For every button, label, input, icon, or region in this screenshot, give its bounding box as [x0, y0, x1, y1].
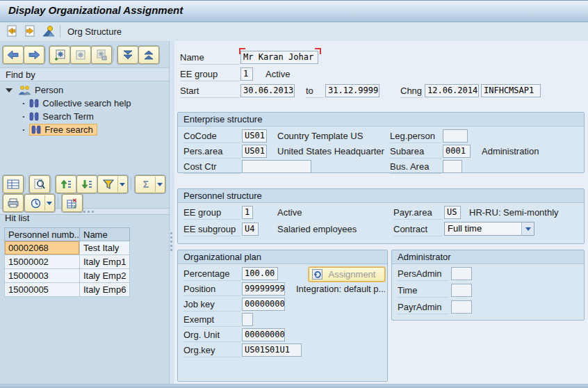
start-date-field[interactable]: 30.06.2013: [240, 84, 295, 97]
toolbar-separator: [60, 25, 60, 38]
details-button[interactable]: [3, 175, 24, 193]
sum-dropdown[interactable]: [155, 177, 164, 192]
previous-record-icon: [6, 25, 19, 38]
toolbar-separator: [51, 177, 52, 190]
back-button[interactable]: [3, 46, 24, 64]
time-field[interactable]: [451, 284, 472, 297]
views-dropdown[interactable]: [44, 195, 54, 211]
collapse-all-button[interactable]: [138, 46, 159, 64]
tree-item-free-search[interactable]: · Free search: [22, 123, 97, 136]
print-button[interactable]: [3, 194, 24, 212]
eesubgroup-label: EE subgroup: [183, 224, 240, 236]
persadmin-label: PersAdmin: [398, 268, 449, 281]
chevron-down-icon: [157, 183, 163, 186]
eesubgroup-desc: Salaried employees: [277, 224, 357, 236]
previous-record-button[interactable]: [6, 25, 19, 38]
expand-all-button[interactable]: [117, 46, 138, 64]
tree-item-search-term[interactable]: · Search Term: [22, 110, 94, 123]
payrarea-field[interactable]: US: [444, 206, 461, 219]
cell-personnel-number[interactable]: 00002068: [4, 241, 79, 255]
exempt-field[interactable]: [242, 313, 253, 326]
cell-personnel-number[interactable]: 15000005: [4, 283, 79, 297]
delete-search-variant-button[interactable]: [91, 46, 112, 64]
job-key-field[interactable]: 00000000: [242, 298, 285, 311]
cell-name[interactable]: Italy Emp6: [79, 283, 130, 297]
org-unit-field[interactable]: 00000000: [242, 328, 285, 341]
search-panel: Find by Person · Collective search help …: [0, 41, 169, 384]
cell-name[interactable]: Italy Emp2: [79, 269, 130, 283]
forward-button[interactable]: [24, 46, 44, 64]
payrarea-label: Payr.area: [393, 207, 443, 220]
cell-name[interactable]: Test Italy: [79, 241, 130, 255]
cell-personnel-number[interactable]: 15000003: [4, 269, 79, 283]
position-field[interactable]: 99999999: [242, 282, 285, 296]
persarea-field[interactable]: US01: [242, 145, 267, 158]
costctr-field[interactable]: [242, 160, 311, 173]
toolbar-separator: [113, 48, 114, 60]
subarea-field[interactable]: 0001: [443, 145, 471, 158]
svg-text:✕: ✕: [72, 198, 77, 204]
legperson-field[interactable]: [443, 129, 468, 143]
chevron-down-icon[interactable]: [6, 88, 13, 92]
bullet-icon: ·: [22, 124, 25, 135]
cell-name[interactable]: Italy Emp1: [79, 255, 130, 269]
change-date-field[interactable]: 12.06.2014: [425, 84, 479, 97]
filter-dropdown[interactable]: [117, 177, 126, 192]
people-icon: [18, 86, 31, 95]
hit-list-table: Personnel numb... Name 00002068 Test Ita…: [4, 227, 130, 297]
sort-descending-button[interactable]: [76, 175, 97, 193]
org-key-label: Org.key: [183, 345, 240, 357]
filter-button[interactable]: [97, 175, 128, 193]
org-key-field[interactable]: US01S01U1: [242, 343, 302, 357]
contract-dropdown[interactable]: Full time: [444, 222, 534, 236]
cocode-field[interactable]: US01: [242, 129, 267, 143]
splitter-handle[interactable]: [170, 232, 172, 251]
next-record-button[interactable]: [24, 25, 38, 38]
integration-text: Integration: default p...: [296, 284, 385, 296]
tree-item-label: Search Term: [42, 111, 93, 122]
name-field[interactable]: Mr Karan Johar: [240, 51, 318, 64]
find-button[interactable]: [29, 175, 50, 193]
views-button[interactable]: [24, 194, 55, 212]
print-icon: [8, 198, 19, 208]
create-search-variant-button[interactable]: [49, 46, 70, 64]
chevron-down-icon: [47, 202, 52, 205]
org-unit-label: Org. Unit: [183, 330, 240, 342]
binoculars-icon: [29, 99, 39, 108]
toolbar-separator: [131, 177, 131, 190]
forward-icon: [28, 51, 40, 59]
costctr-label: Cost Ctr: [183, 161, 240, 174]
tree-item-collective-search-help[interactable]: · Collective search help: [22, 97, 131, 110]
to-label: to: [306, 86, 324, 98]
payrarea-desc: HR-RU: Semi-monthly: [469, 207, 559, 220]
chevron-down-icon: [120, 183, 125, 186]
hr-person-button[interactable]: [42, 25, 56, 38]
busarea-field[interactable]: [443, 160, 462, 173]
eesubgroup-field[interactable]: U4: [242, 223, 259, 236]
administrator-box: Administrator PersAdmin Time PayrAdmin: [391, 250, 585, 321]
change-layout-button[interactable]: ✕✓: [62, 194, 83, 212]
payradmin-field[interactable]: [451, 300, 472, 314]
bullet-icon: ·: [22, 111, 25, 122]
assignment-button[interactable]: Assignment: [309, 267, 385, 282]
percentage-field[interactable]: 100.00: [242, 267, 278, 280]
org-structure-button[interactable]: Org Structure: [67, 26, 122, 37]
eegroup-desc: Active: [277, 207, 302, 220]
percentage-label: Percentage: [183, 268, 240, 281]
change-user-field[interactable]: INFHCMSAP1: [481, 84, 541, 97]
expand-all-icon: [122, 50, 133, 60]
column-header-name[interactable]: Name: [79, 227, 130, 241]
column-header-personnel-number[interactable]: Personnel numb...: [4, 227, 79, 241]
ee-group-field[interactable]: 1: [240, 67, 253, 81]
end-date-field[interactable]: 31.12.9999: [325, 84, 379, 97]
tree-node-person[interactable]: Person: [6, 83, 63, 97]
eegroup-field[interactable]: 1: [242, 206, 253, 219]
sum-button[interactable]: Σ: [135, 175, 165, 193]
sort-ascending-button[interactable]: [56, 175, 76, 193]
focus-marker-top-left: [239, 48, 245, 54]
cell-personnel-number[interactable]: 15000002: [4, 255, 79, 269]
window-bottom-edge: [0, 384, 588, 388]
search-variant-button[interactable]: [70, 46, 91, 64]
collapse-all-icon: [143, 50, 154, 60]
persadmin-field[interactable]: [451, 267, 472, 280]
